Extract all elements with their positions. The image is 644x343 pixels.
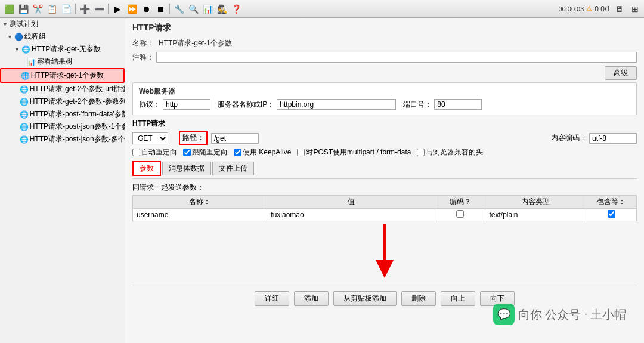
protocol-label: 协议： <box>139 100 160 110</box>
sidebar-item-label: HTTP请求-get-1个参数 <box>31 70 104 81</box>
left-panel: ▼ 测试计划 ▼ 🔵 线程组 ▼ 🌐 HTTP请求-get-无参数 📊 察看结果… <box>0 18 125 343</box>
icon-copy[interactable]: 📋 <box>45 2 58 16</box>
icon-expand[interactable]: ⊞ <box>628 2 642 16</box>
follow-redirect-label: 跟随重定向 <box>192 147 228 157</box>
path-input[interactable] <box>211 133 259 144</box>
tab-params[interactable]: 参数 <box>132 161 161 176</box>
icon-paste[interactable]: 📄 <box>60 2 73 16</box>
sidebar-item-label: 线程组 <box>24 32 46 42</box>
server-input[interactable] <box>277 99 396 110</box>
encoding-input[interactable] <box>589 133 637 144</box>
sidebar-item-http-get-2-list[interactable]: 🌐 HTTP请求-get-2个参数-参数列表 <box>0 95 125 108</box>
page-title: HTTP请求 <box>132 23 637 33</box>
icon-stop[interactable]: ⏹ <box>154 2 167 16</box>
sidebar-item-label: HTTP请求-get-无参数 <box>32 44 101 54</box>
delete-button[interactable]: 删除 <box>401 291 436 306</box>
icon-settings[interactable]: 🔧 <box>172 2 185 16</box>
arrow-icon: ▼ <box>14 47 20 52</box>
icon-remove[interactable]: ➖ <box>92 2 106 16</box>
icon-start-no-pause[interactable]: ⏩ <box>125 2 138 16</box>
add-from-clipboard-button[interactable]: 从剪贴板添加 <box>333 291 397 306</box>
leaf-icon <box>14 123 18 131</box>
sidebar-item-label: HTTP请求-post-json参数-多个参数 <box>30 134 125 144</box>
add-button[interactable]: 添加 <box>294 291 329 306</box>
sidebar-item-view-results[interactable]: 📊 察看结果树 <box>0 55 125 68</box>
right-panel: HTTP请求 名称： HTTP请求-get-1个参数 注释： 高级 Web服务器… <box>125 18 644 343</box>
detail-button[interactable]: 详细 <box>255 291 289 306</box>
table-header-row: 名称： 值 编码？ 内容类型 包含等： <box>133 196 637 209</box>
sidebar-item-http-post-json-multi[interactable]: 🌐 HTTP请求-post-json参数-多个参数 <box>0 133 125 146</box>
icon-help[interactable]: ❓ <box>230 2 243 16</box>
keepalive-checkbox[interactable] <box>234 149 242 156</box>
port-input[interactable] <box>434 99 482 110</box>
checkbox-keepalive[interactable]: 使用 KeepAlive <box>234 147 291 157</box>
sidebar-item-http-post-form[interactable]: 🌐 HTTP请求-post-'form-data'参数 <box>0 108 125 120</box>
tab-body-data[interactable]: 消息体数据 <box>162 162 211 175</box>
sidebar-item-http-get-no-param[interactable]: ▼ 🌐 HTTP请求-get-无参数 <box>0 43 125 55</box>
sidebar-item-http-post-json-1[interactable]: 🌐 HTTP请求-post-json参数-1个参数 <box>0 120 125 133</box>
browser-compat-checkbox[interactable] <box>417 149 425 156</box>
name-label: 名称： <box>132 38 156 48</box>
http-request-title: HTTP请求 <box>132 119 637 129</box>
warning-icon: ⚠ <box>586 5 592 13</box>
param-type-cell: text/plain <box>485 209 586 221</box>
checkbox-browser-compat[interactable]: 与浏览器兼容的头 <box>417 147 483 157</box>
sidebar-item-test-plan[interactable]: ▼ 测试计划 <box>0 18 125 30</box>
icon-record[interactable]: ⏺ <box>140 2 153 16</box>
protocol-input[interactable] <box>163 99 210 110</box>
sidebar-item-label: HTTP请求-post-'form-data'参数 <box>30 109 125 119</box>
icon-save[interactable]: 💾 <box>17 2 30 16</box>
params-description: 同请求一起发送参数： <box>132 183 637 193</box>
comment-label: 注释： <box>132 52 156 63</box>
checkbox-follow-redirect[interactable]: 跟随重定向 <box>183 147 228 157</box>
follow-redirect-checkbox[interactable] <box>183 149 191 156</box>
multipart-checkbox[interactable] <box>297 149 305 156</box>
annotation-area <box>132 221 637 281</box>
separator-2 <box>108 4 109 14</box>
encoding-label: 内容编码： <box>551 133 587 143</box>
icon-spy[interactable]: 🕵 <box>215 2 228 16</box>
main-layout: ▼ 测试计划 ▼ 🔵 线程组 ▼ 🌐 HTTP请求-get-无参数 📊 察看结果… <box>0 18 644 343</box>
wechat-icon: 💬 <box>493 304 515 325</box>
port-label: 端口号： <box>403 100 432 110</box>
icon-add[interactable]: ➕ <box>78 2 91 16</box>
toolbar: 🟩 💾 ✂️ 📋 📄 ➕ ➖ ▶ ⏩ ⏺ ⏹ 🔧 🔍 📊 🕵 ❓ 00:00:0… <box>0 0 644 18</box>
port-group: 端口号： <box>403 99 482 110</box>
method-select[interactable]: GET POST PUT DELETE <box>132 132 168 144</box>
sidebar-item-http-get-2-url[interactable]: 🌐 HTTP请求-get-2个参数-url拼接 <box>0 83 125 95</box>
advanced-button[interactable]: 高级 <box>605 66 637 80</box>
comment-row: 注释： <box>132 52 637 63</box>
protocol-group: 协议： <box>139 99 210 110</box>
leaf-icon <box>16 72 20 80</box>
icon-new[interactable]: 🟩 <box>2 2 16 16</box>
comment-input[interactable] <box>156 52 637 63</box>
col-header-name: 名称： <box>133 196 267 209</box>
icon-cut[interactable]: ✂️ <box>31 2 44 16</box>
keepalive-label: 使用 KeepAlive <box>243 147 291 157</box>
checkbox-multipart[interactable]: 对POST使用multipart / form-data <box>297 147 411 157</box>
sidebar-item-thread-group[interactable]: ▼ 🔵 线程组 <box>0 30 125 43</box>
sidebar-item-http-get-1-param[interactable]: 🌐 HTTP请求-get-1个参数 <box>0 68 125 83</box>
tab-file-upload[interactable]: 文件上传 <box>212 162 254 175</box>
encoding-group: 内容编码： <box>551 133 637 144</box>
include-checkbox[interactable] <box>608 210 615 218</box>
encode-checkbox[interactable] <box>456 210 464 218</box>
http-request-section: HTTP请求 GET POST PUT DELETE 路径： 内容编码： <box>132 119 637 157</box>
server-group: 服务器名称或IP： <box>218 99 396 110</box>
icon-search[interactable]: 🔍 <box>187 2 200 16</box>
param-include-cell <box>586 209 637 221</box>
checkbox-auto-redirect[interactable]: 自动重定向 <box>132 147 177 157</box>
icon-start[interactable]: ▶ <box>111 2 124 16</box>
params-table: 名称： 值 编码？ 内容类型 包含等： username tuxiaomao t… <box>132 195 637 221</box>
sidebar-item-label: HTTP请求-get-2个参数-url拼接 <box>30 84 125 94</box>
move-up-button[interactable]: 向上 <box>441 291 475 306</box>
watermark: 💬 向你 公众号 · 土小帽 <box>493 304 626 325</box>
arrow-icon: ▼ <box>7 34 13 40</box>
param-name-cell: username <box>133 209 267 221</box>
red-arrow-annotation <box>361 221 408 281</box>
icon-chart[interactable]: 📊 <box>201 2 214 16</box>
name-value: HTTP请求-get-1个参数 <box>159 38 232 48</box>
icon-remote[interactable]: 🖥 <box>613 2 626 16</box>
auto-redirect-checkbox[interactable] <box>132 149 140 156</box>
col-header-type: 内容类型 <box>485 196 586 209</box>
